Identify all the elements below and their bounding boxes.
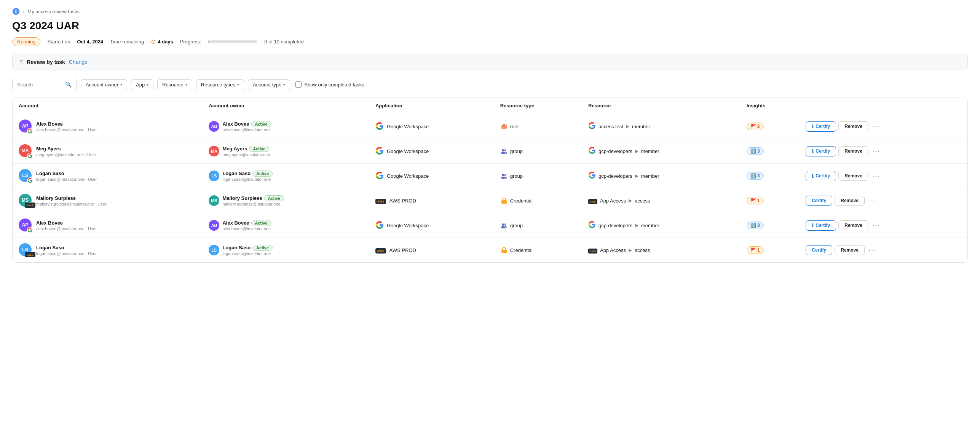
account-email: meg.ayers@insulator.one · User [36, 152, 96, 157]
resource-cell: aws App Access ▶ access [582, 188, 741, 213]
svg-point-9 [504, 174, 506, 176]
status-badge: Running [12, 37, 40, 46]
app-name: Google Workspace [387, 124, 429, 129]
resource-cell: access test ▶ member [582, 114, 741, 139]
resource-cell: gcp-developers ▶ member [582, 213, 741, 238]
col-resource: Resource [582, 97, 741, 114]
show-completed-checkbox[interactable] [295, 81, 302, 88]
certify-button[interactable]: ℹ Certify [806, 146, 836, 156]
owner-cell: MA Meg Ayers Active meg.ayers@insulator.… [203, 139, 369, 164]
resource-suffix: member [641, 148, 659, 154]
status-badge: Active [264, 195, 284, 201]
resource-type-label: group [510, 223, 523, 228]
account-name: Logan Saso [36, 245, 97, 250]
remove-button[interactable]: Remove [835, 245, 865, 255]
application-cell: Google Workspace [369, 139, 494, 164]
app-icon: aws [375, 247, 386, 253]
owner-name: Logan Saso Active [222, 245, 273, 251]
more-options-button[interactable]: ··· [867, 196, 878, 206]
certify-button[interactable]: ℹ Certify [806, 171, 836, 181]
more-options-button[interactable]: ··· [871, 147, 882, 156]
more-options-button[interactable]: ··· [871, 122, 882, 131]
more-options-button[interactable]: ··· [871, 221, 882, 230]
resource-type-cell: group [494, 213, 582, 238]
status-badge: Active [251, 121, 271, 127]
remove-button[interactable]: Remove [835, 196, 865, 206]
app-icon: aws [375, 198, 386, 204]
resource-cell: gcp-developers ▶ member [582, 164, 741, 188]
owner-cell: LS Logan Saso Active logan.saso@insulato… [203, 164, 369, 188]
resource-type-icon [500, 197, 508, 204]
actions-cell: ℹ Certify Remove ··· [800, 213, 967, 238]
remove-button[interactable]: Remove [838, 171, 868, 181]
more-options-button[interactable]: ··· [871, 171, 882, 181]
search-input[interactable] [17, 82, 63, 88]
account-owner-filter[interactable]: Account owner ▾ [81, 79, 127, 90]
resource-arrow: ▶ [635, 148, 638, 154]
actions-cell: ℹ Certify Remove ··· [800, 114, 967, 139]
app-filter[interactable]: App ▾ [131, 79, 153, 90]
svg-point-7 [503, 152, 507, 154]
time-remaining-wrap: ⏱ 4 days [151, 39, 173, 45]
remove-button[interactable]: Remove [838, 146, 868, 156]
more-options-button[interactable]: ··· [867, 246, 878, 255]
resource-name: App Access [600, 198, 626, 204]
resource-filter[interactable]: Resource ▾ [157, 79, 192, 90]
app-name: Google Workspace [387, 148, 429, 154]
resource-cell: gcp-developers ▶ member [582, 139, 741, 164]
owner-name: Alex Bovee Active [222, 121, 271, 127]
app-logo-icon: C [12, 8, 20, 15]
remove-button[interactable]: Remove [838, 121, 868, 131]
col-actions [800, 97, 967, 114]
show-completed-label: Show only completed tasks [295, 81, 364, 88]
resource-type-label: group [510, 148, 523, 154]
aws-icon: aws [375, 199, 386, 204]
application-cell: aws AWS PROD [369, 238, 494, 263]
resource-type-label: Credential [510, 198, 533, 204]
resource-suffix: member [641, 223, 659, 228]
owner-email: logan.saso@insulator.one [222, 251, 273, 256]
owner-email: logan.saso@insulator.one [222, 177, 273, 182]
chevron-down-icon: ▾ [283, 83, 285, 87]
certify-info-icon: ℹ [812, 173, 814, 179]
resource-type-icon [500, 246, 508, 254]
account-email: alex.bovee@insulator.one · User [36, 226, 97, 231]
application-cell: aws AWS PROD [369, 188, 494, 213]
certify-button[interactable]: Certify [806, 245, 832, 255]
owner-cell: LS Logan Saso Active logan.saso@insulato… [203, 238, 369, 263]
resource-type-label: role [510, 124, 519, 129]
svg-point-5 [504, 149, 506, 151]
aws-icon: aws [375, 248, 386, 254]
remove-button[interactable]: Remove [838, 220, 868, 230]
owner-email: alex.bovee@insulator.one [222, 128, 271, 132]
owner-avatar: AB [209, 121, 219, 132]
account-name: Alex Bovee [36, 220, 97, 226]
search-wrap: 🔍 [12, 79, 77, 90]
certify-button[interactable]: ℹ Certify [806, 220, 836, 231]
account-app-badge: aws [27, 202, 33, 208]
breadcrumb: C › My access review tasks [12, 8, 968, 15]
status-badge: Active [249, 146, 269, 152]
table-row: AP Alex Bovee alex.bovee@insulator.one ·… [13, 213, 967, 238]
certify-button[interactable]: ℹ Certify [806, 121, 836, 132]
resource-cell: aws App Access ▶ access [582, 238, 741, 263]
application-cell: Google Workspace [369, 114, 494, 139]
svg-point-17 [503, 226, 507, 228]
owner-name: Meg Ayers Active [222, 146, 270, 152]
account-cell: MA Meg Ayers meg.ayers@insulator.one · U… [13, 139, 203, 164]
owner-email: alex.bovee@insulator.one [222, 226, 271, 231]
breadcrumb-link[interactable]: My access review tasks [27, 9, 80, 14]
account-type-filter[interactable]: Account type ▾ [248, 79, 290, 90]
review-bar-label: Review by task [27, 59, 65, 65]
progress-bar [208, 40, 257, 43]
tasks-table: Account Account owner Application Resour… [12, 97, 968, 263]
certify-button[interactable]: Certify [806, 196, 832, 206]
account-cell: MS aws Mallory Surpless mallory.surpless… [13, 188, 203, 213]
account-cell: AP Alex Bovee alex.bovee@insulator.one ·… [13, 114, 203, 139]
resource-types-filter[interactable]: Resource types ▾ [196, 79, 244, 90]
filters-bar: 🔍 Account owner ▾ App ▾ Resource ▾ Resou… [12, 79, 968, 90]
review-bar-change[interactable]: Change [69, 59, 88, 65]
owner-avatar: MA [209, 146, 219, 156]
svg-point-11 [503, 177, 507, 179]
insights-cell: ℹ️ 3 [741, 164, 800, 188]
